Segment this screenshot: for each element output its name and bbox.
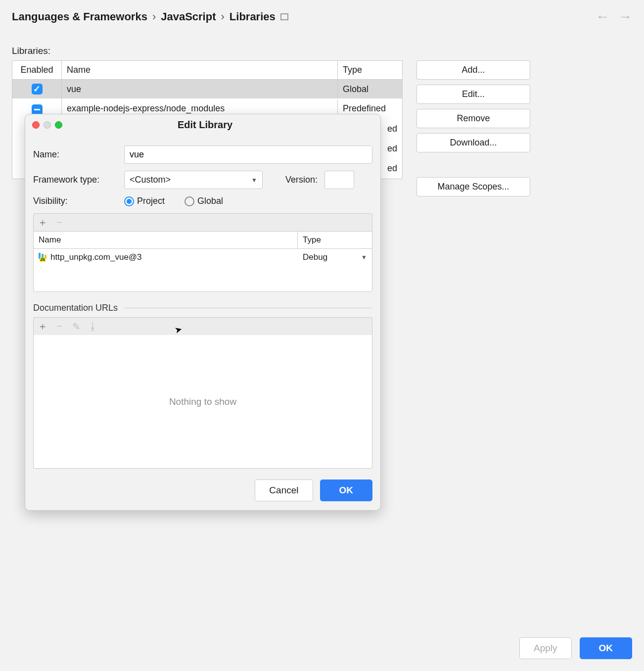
doc-toolbar: ＋ − ✎ ⭳ bbox=[33, 317, 372, 335]
breadcrumb-item-libraries[interactable]: Libraries bbox=[230, 10, 276, 23]
files-column-name[interactable]: Name bbox=[34, 232, 298, 248]
files-row[interactable]: JS http_unpkg.com_vue@3 Debug ▼ bbox=[34, 249, 372, 266]
expand-icon[interactable] bbox=[280, 13, 288, 20]
breadcrumb-item-javascript[interactable]: JavaScript bbox=[161, 10, 216, 23]
enabled-checkbox[interactable]: ✓ bbox=[32, 84, 43, 95]
breadcrumb: Languages & Frameworks › JavaScript › Li… bbox=[12, 10, 288, 23]
close-icon[interactable] bbox=[32, 121, 40, 129]
ok-button[interactable]: OK bbox=[580, 637, 633, 659]
chevron-down-icon[interactable]: ▼ bbox=[361, 254, 367, 261]
remove-button[interactable]: Remove bbox=[416, 109, 530, 128]
version-input[interactable] bbox=[324, 171, 354, 189]
column-enabled[interactable]: Enabled bbox=[12, 61, 62, 79]
js-library-icon: JS bbox=[39, 253, 47, 262]
add-button[interactable]: Add... bbox=[416, 60, 530, 80]
download-button[interactable]: Download... bbox=[416, 133, 530, 152]
files-row-type: Debug bbox=[303, 252, 327, 262]
maximize-icon[interactable] bbox=[55, 121, 62, 129]
column-type[interactable]: Type bbox=[338, 61, 402, 79]
dialog-title: Edit Library bbox=[62, 119, 373, 131]
forward-arrow-icon[interactable]: → bbox=[618, 9, 632, 25]
files-row-name: http_unpkg.com_vue@3 bbox=[50, 252, 142, 262]
radio-icon bbox=[124, 196, 134, 206]
dialog-ok-button[interactable]: OK bbox=[320, 479, 373, 501]
name-label: Name: bbox=[33, 149, 117, 160]
version-label: Version: bbox=[285, 175, 318, 185]
edit-icon: ✎ bbox=[71, 321, 81, 333]
framework-type-select[interactable]: <Custom> ▼ bbox=[124, 171, 263, 189]
libraries-heading: Libraries: bbox=[12, 46, 632, 56]
documentation-urls-heading: Documentation URLs bbox=[33, 303, 372, 313]
files-column-type[interactable]: Type bbox=[298, 232, 372, 248]
manage-scopes-button[interactable]: Manage Scopes... bbox=[416, 177, 530, 196]
doc-urls-empty: Nothing to show bbox=[33, 335, 372, 469]
framework-type-label: Framework type: bbox=[33, 175, 117, 185]
visibility-global-radio[interactable]: Global bbox=[184, 196, 223, 206]
minimize-icon bbox=[44, 121, 51, 129]
cancel-button[interactable]: Cancel bbox=[255, 479, 313, 501]
files-table: Name Type JS http_unpkg.com_vue@3 Debug … bbox=[33, 231, 372, 292]
table-row[interactable]: ✓ vue Global bbox=[12, 80, 402, 98]
chevron-down-icon: ▼ bbox=[251, 177, 257, 184]
row-type: Global bbox=[338, 80, 402, 98]
breadcrumb-item-languages[interactable]: Languages & Frameworks bbox=[12, 10, 147, 23]
breadcrumb-separator: › bbox=[221, 10, 225, 23]
add-icon[interactable]: ＋ bbox=[38, 216, 47, 229]
column-name[interactable]: Name bbox=[62, 61, 338, 79]
radio-icon bbox=[184, 196, 194, 206]
download-icon: ⭳ bbox=[88, 321, 98, 332]
visibility-label: Visibility: bbox=[33, 196, 117, 206]
edit-library-dialog: Edit Library Name: Framework type: <Cust… bbox=[25, 114, 381, 511]
remove-icon: − bbox=[54, 217, 64, 228]
visibility-project-radio[interactable]: Project bbox=[124, 196, 165, 206]
add-icon[interactable]: ＋ bbox=[38, 320, 47, 333]
back-arrow-icon[interactable]: ← bbox=[596, 9, 609, 25]
remove-icon: − bbox=[54, 321, 64, 332]
files-toolbar: ＋ − bbox=[33, 213, 372, 231]
name-input[interactable] bbox=[124, 145, 372, 164]
edit-button[interactable]: Edit... bbox=[416, 85, 530, 104]
row-name: vue bbox=[62, 80, 338, 98]
breadcrumb-separator: › bbox=[152, 10, 156, 23]
apply-button[interactable]: Apply bbox=[519, 637, 572, 659]
framework-type-value: <Custom> bbox=[130, 175, 171, 185]
